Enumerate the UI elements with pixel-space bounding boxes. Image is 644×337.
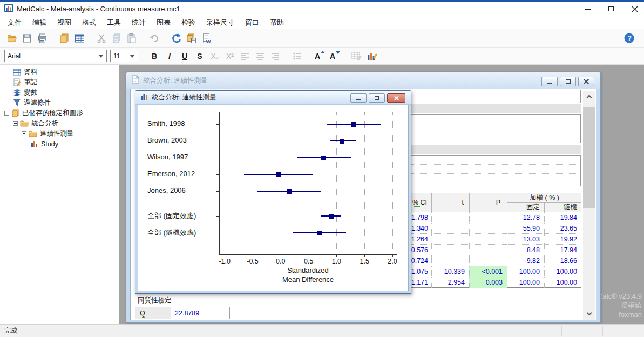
- svg-text:?: ?: [627, 35, 632, 42]
- gridline: [253, 112, 253, 254]
- open-file-icon[interactable]: [4, 31, 19, 45]
- forest-plot: -1.0-0.50.00.51.01.52.0Smith, 1998Brown,…: [135, 91, 411, 293]
- align-left-icon[interactable]: [238, 49, 253, 63]
- copy-icon[interactable]: [109, 31, 124, 45]
- sidebar-item-4[interactable]: 已儲存的檢定和圖形: [4, 108, 83, 118]
- menu-item-3[interactable]: 格式: [77, 16, 101, 29]
- chart-edit-icon[interactable]: [364, 49, 379, 63]
- tree-item-label: 筆記: [24, 78, 37, 87]
- statusbar-separator: [602, 326, 603, 336]
- menu-item-1[interactable]: 编辑: [27, 16, 52, 29]
- study-label: Smith, 1998: [147, 119, 185, 127]
- axis-title: Standardized: [219, 266, 397, 274]
- menu-item-10[interactable]: 帮助: [265, 16, 289, 29]
- minimize-icon: [547, 83, 552, 84]
- app-title: MedCalc - Meta-analysis - Continuous mea…: [17, 5, 180, 13]
- save-all-icon[interactable]: [184, 31, 199, 45]
- tick-mark: [309, 254, 309, 257]
- minimize-button[interactable]: [575, 2, 599, 16]
- close-icon: [632, 6, 638, 12]
- superscript-button[interactable]: X²: [222, 49, 238, 63]
- font-size-select[interactable]: 11: [110, 50, 138, 62]
- saved-tests-icon: [11, 109, 19, 117]
- menu-item-4[interactable]: 工具: [101, 16, 126, 29]
- main-toolbar: W ?: [0, 29, 644, 48]
- sidebar-item-5[interactable]: 統合分析: [13, 118, 58, 129]
- results-minimize-button[interactable]: [541, 77, 558, 86]
- results-close-button[interactable]: [578, 77, 594, 86]
- menu-item-6[interactable]: 图表: [151, 16, 176, 29]
- restore-icon: [566, 79, 571, 84]
- tree-expander-icon[interactable]: [22, 131, 26, 136]
- forest-marker: [317, 231, 322, 235]
- font-select[interactable]: Arial: [4, 50, 107, 62]
- forest-marker: [287, 189, 292, 194]
- bold-button[interactable]: B: [147, 49, 162, 63]
- tree-item-label: 已儲存的檢定和圖形: [22, 109, 83, 118]
- data-grid-icon[interactable]: [72, 31, 87, 45]
- sidebar-item-study[interactable]: Study: [30, 139, 58, 149]
- study-label: 全部 (隨機效應): [147, 228, 196, 238]
- tick-label: -0.5: [241, 258, 265, 265]
- save-icon[interactable]: [19, 31, 35, 45]
- tick-mark: [364, 254, 365, 257]
- italic-button[interactable]: I: [162, 49, 177, 63]
- document-icon: [132, 75, 139, 86]
- forest-marker: [340, 139, 344, 144]
- grow-font-button[interactable]: A: [312, 49, 327, 63]
- cut-icon[interactable]: [94, 31, 109, 45]
- y-axis-line: [219, 112, 220, 254]
- refresh-icon[interactable]: [168, 31, 184, 45]
- tick-label: 1.5: [352, 258, 376, 265]
- tick-mark: [336, 254, 337, 257]
- tree-expander-icon[interactable]: [13, 121, 18, 126]
- menu-item-8[interactable]: 采样尺寸: [201, 16, 240, 29]
- close-button[interactable]: [623, 2, 644, 16]
- statusbar-separator: [623, 326, 623, 336]
- tick-label: -1.0: [213, 258, 236, 265]
- print-icon[interactable]: [35, 31, 50, 45]
- menu-item-5[interactable]: 统计: [126, 16, 151, 29]
- reference-line: [281, 112, 281, 254]
- app-titlebar[interactable]: MedCalc - Meta-analysis - Continuous mea…: [0, 2, 644, 16]
- menu-item-2[interactable]: 视图: [52, 16, 77, 29]
- help-icon[interactable]: ?: [621, 31, 636, 45]
- statusbar-separator: [582, 326, 582, 336]
- sidebar-item-2[interactable]: 變數: [13, 87, 37, 98]
- forest-plot-window[interactable]: 統合分析: 連續性測量 -1.0-0.50.00.51.01.52.0Smith…: [135, 90, 411, 294]
- tick-mark: [392, 254, 393, 257]
- sidebar-item-1[interactable]: 筆記: [13, 77, 37, 87]
- results-restore-button[interactable]: [560, 77, 576, 86]
- forest-marker: [329, 214, 334, 219]
- minimize-icon: [585, 9, 591, 10]
- menu-item-0[interactable]: 文件: [2, 16, 27, 29]
- chevron-down-icon: [99, 55, 103, 58]
- sidebar-item-3[interactable]: 過濾條件: [13, 98, 51, 108]
- subscript-button[interactable]: X₂: [207, 49, 222, 63]
- sidebar-item-6[interactable]: 連續性測量: [22, 129, 74, 139]
- bullet-list-icon[interactable]: [290, 49, 305, 63]
- row-tick: [216, 174, 219, 175]
- row-tick: [216, 216, 219, 217]
- results-window-titlebar[interactable]: 統合分析: 連續性測量: [126, 72, 600, 89]
- project-tree-panel: 資料筆記變數過濾條件已儲存的檢定和圖形統合分析連續性測量Study: [0, 65, 118, 324]
- align-right-icon[interactable]: [268, 49, 283, 63]
- row-tick: [216, 158, 219, 158]
- menu-item-7[interactable]: 检验: [176, 16, 201, 29]
- align-center-icon[interactable]: [253, 49, 268, 63]
- shrink-font-button[interactable]: A: [327, 49, 342, 63]
- paste-icon[interactable]: [124, 31, 139, 45]
- study-label: Wilson, 1997: [147, 153, 188, 161]
- undo-icon[interactable]: [146, 31, 161, 45]
- sidebar-item-0[interactable]: 資料: [13, 67, 37, 77]
- tree-expander-icon[interactable]: [4, 111, 9, 116]
- maximize-button[interactable]: [599, 2, 623, 16]
- export-word-icon[interactable]: W: [199, 31, 214, 45]
- menubar: 文件编辑视图格式工具统计图表检验采样尺寸窗口帮助: [0, 16, 644, 29]
- copy-pages-icon[interactable]: [57, 31, 72, 45]
- menu-item-9[interactable]: 窗口: [240, 16, 265, 29]
- x-axis-line: [219, 254, 397, 255]
- underline-button[interactable]: U: [177, 49, 192, 63]
- strikethrough-button[interactable]: S: [192, 49, 207, 63]
- table-edit-icon[interactable]: [349, 49, 364, 63]
